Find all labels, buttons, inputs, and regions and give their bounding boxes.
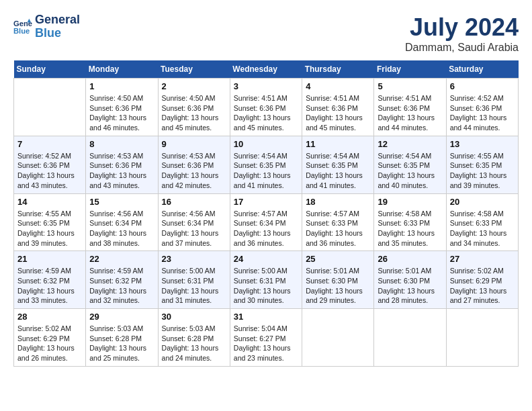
- col-thursday: Thursday: [302, 60, 374, 79]
- cell-info: Sunrise: 4:52 AMSunset: 6:36 PMDaylight:…: [450, 93, 515, 133]
- cell-info: Sunrise: 5:01 AMSunset: 6:30 PMDaylight:…: [378, 266, 442, 306]
- table-row: 24Sunrise: 5:00 AMSunset: 6:31 PMDayligh…: [230, 251, 302, 309]
- day-number: 30: [162, 312, 226, 322]
- day-number: 21: [17, 254, 82, 264]
- table-row: 19Sunrise: 4:58 AMSunset: 6:33 PMDayligh…: [374, 193, 446, 251]
- table-row: 15Sunrise: 4:56 AMSunset: 6:34 PMDayligh…: [86, 193, 158, 251]
- cell-info: Sunrise: 4:51 AMSunset: 6:36 PMDaylight:…: [234, 93, 298, 133]
- table-row: 29Sunrise: 5:03 AMSunset: 6:28 PMDayligh…: [86, 309, 158, 367]
- cell-info: Sunrise: 5:00 AMSunset: 6:31 PMDaylight:…: [234, 266, 298, 306]
- day-number: 6: [450, 81, 515, 91]
- cell-info: Sunrise: 4:58 AMSunset: 6:33 PMDaylight:…: [450, 209, 515, 248]
- cell-info: Sunrise: 5:03 AMSunset: 6:28 PMDaylight:…: [162, 324, 226, 363]
- table-row: 9Sunrise: 4:53 AMSunset: 6:36 PMDaylight…: [158, 136, 230, 193]
- day-number: 17: [234, 197, 298, 207]
- table-row: 2Sunrise: 4:50 AMSunset: 6:36 PMDaylight…: [158, 79, 230, 136]
- logo: General Blue General Blue: [13, 13, 80, 40]
- day-number: 7: [17, 139, 82, 149]
- table-row: 8Sunrise: 4:53 AMSunset: 6:36 PMDaylight…: [86, 136, 158, 193]
- day-number: 1: [89, 81, 154, 91]
- calendar-week-row: 7Sunrise: 4:52 AMSunset: 6:36 PMDaylight…: [14, 136, 519, 193]
- page-header: General Blue General Blue July 2024 Damm…: [13, 13, 519, 54]
- table-row: 17Sunrise: 4:57 AMSunset: 6:34 PMDayligh…: [230, 193, 302, 251]
- svg-text:Blue: Blue: [13, 27, 30, 35]
- logo-icon: General Blue: [13, 17, 32, 36]
- cell-info: Sunrise: 4:55 AMSunset: 6:35 PMDaylight:…: [17, 209, 82, 248]
- table-row: 6Sunrise: 4:52 AMSunset: 6:36 PMDaylight…: [446, 79, 518, 136]
- table-row: 11Sunrise: 4:54 AMSunset: 6:35 PMDayligh…: [302, 136, 374, 193]
- table-row: 12Sunrise: 4:54 AMSunset: 6:35 PMDayligh…: [374, 136, 446, 193]
- col-monday: Monday: [86, 60, 158, 79]
- cell-info: Sunrise: 4:50 AMSunset: 6:36 PMDaylight:…: [89, 93, 154, 133]
- day-number: 24: [234, 254, 298, 264]
- cell-info: Sunrise: 5:03 AMSunset: 6:28 PMDaylight:…: [89, 324, 154, 363]
- table-row: 23Sunrise: 5:00 AMSunset: 6:31 PMDayligh…: [158, 251, 230, 309]
- col-saturday: Saturday: [446, 60, 518, 79]
- table-row: 1Sunrise: 4:50 AMSunset: 6:36 PMDaylight…: [86, 79, 158, 136]
- day-number: 28: [17, 312, 82, 322]
- day-number: 25: [306, 254, 370, 264]
- day-number: 27: [450, 254, 515, 264]
- table-row: [374, 309, 446, 367]
- day-number: 19: [378, 197, 442, 207]
- table-row: 13Sunrise: 4:55 AMSunset: 6:35 PMDayligh…: [446, 136, 518, 193]
- cell-info: Sunrise: 4:59 AMSunset: 6:32 PMDaylight:…: [89, 266, 154, 306]
- cell-info: Sunrise: 4:57 AMSunset: 6:33 PMDaylight:…: [306, 209, 370, 248]
- table-row: 7Sunrise: 4:52 AMSunset: 6:36 PMDaylight…: [14, 136, 86, 193]
- table-row: 21Sunrise: 4:59 AMSunset: 6:32 PMDayligh…: [14, 251, 86, 309]
- day-number: 16: [162, 197, 226, 207]
- table-row: [302, 309, 374, 367]
- table-row: 3Sunrise: 4:51 AMSunset: 6:36 PMDaylight…: [230, 79, 302, 136]
- cell-info: Sunrise: 4:51 AMSunset: 6:36 PMDaylight:…: [306, 93, 370, 133]
- cell-info: Sunrise: 5:00 AMSunset: 6:31 PMDaylight:…: [162, 266, 226, 306]
- table-row: 14Sunrise: 4:55 AMSunset: 6:35 PMDayligh…: [14, 193, 86, 251]
- cell-info: Sunrise: 5:02 AMSunset: 6:29 PMDaylight:…: [450, 266, 515, 306]
- table-row: 31Sunrise: 5:04 AMSunset: 6:27 PMDayligh…: [230, 309, 302, 367]
- calendar-week-row: 28Sunrise: 5:02 AMSunset: 6:29 PMDayligh…: [14, 309, 519, 367]
- table-row: [446, 309, 518, 367]
- day-number: 12: [378, 139, 442, 149]
- day-number: 29: [89, 312, 154, 322]
- day-number: 14: [17, 197, 82, 207]
- table-row: 30Sunrise: 5:03 AMSunset: 6:28 PMDayligh…: [158, 309, 230, 367]
- cell-info: Sunrise: 4:54 AMSunset: 6:35 PMDaylight:…: [306, 151, 370, 191]
- cell-info: Sunrise: 4:56 AMSunset: 6:34 PMDaylight:…: [162, 209, 226, 248]
- day-number: 8: [89, 139, 154, 149]
- cell-info: Sunrise: 4:55 AMSunset: 6:35 PMDaylight:…: [450, 151, 515, 191]
- calendar-table: Sunday Monday Tuesday Wednesday Thursday…: [13, 60, 519, 367]
- month-title: July 2024: [405, 13, 519, 42]
- table-row: 4Sunrise: 4:51 AMSunset: 6:36 PMDaylight…: [302, 79, 374, 136]
- col-tuesday: Tuesday: [158, 60, 230, 79]
- cell-info: Sunrise: 5:01 AMSunset: 6:30 PMDaylight:…: [306, 266, 370, 306]
- table-row: 5Sunrise: 4:51 AMSunset: 6:36 PMDaylight…: [374, 79, 446, 136]
- day-number: 5: [378, 81, 442, 91]
- location: Dammam, Saudi Arabia: [405, 42, 519, 54]
- logo-text: General Blue: [35, 13, 80, 40]
- day-number: 9: [162, 139, 226, 149]
- calendar-header-row: Sunday Monday Tuesday Wednesday Thursday…: [14, 60, 519, 79]
- day-number: 11: [306, 139, 370, 149]
- cell-info: Sunrise: 5:04 AMSunset: 6:27 PMDaylight:…: [234, 324, 298, 363]
- day-number: 15: [89, 197, 154, 207]
- cell-info: Sunrise: 4:59 AMSunset: 6:32 PMDaylight:…: [17, 266, 82, 306]
- table-row: 28Sunrise: 5:02 AMSunset: 6:29 PMDayligh…: [14, 309, 86, 367]
- calendar-week-row: 14Sunrise: 4:55 AMSunset: 6:35 PMDayligh…: [14, 193, 519, 251]
- table-row: 16Sunrise: 4:56 AMSunset: 6:34 PMDayligh…: [158, 193, 230, 251]
- cell-info: Sunrise: 4:53 AMSunset: 6:36 PMDaylight:…: [89, 151, 154, 191]
- cell-info: Sunrise: 4:50 AMSunset: 6:36 PMDaylight:…: [162, 93, 226, 133]
- table-row: 26Sunrise: 5:01 AMSunset: 6:30 PMDayligh…: [374, 251, 446, 309]
- cell-info: Sunrise: 5:02 AMSunset: 6:29 PMDaylight:…: [17, 324, 82, 363]
- cell-info: Sunrise: 4:54 AMSunset: 6:35 PMDaylight:…: [234, 151, 298, 191]
- cell-info: Sunrise: 4:58 AMSunset: 6:33 PMDaylight:…: [378, 209, 442, 248]
- cell-info: Sunrise: 4:57 AMSunset: 6:34 PMDaylight:…: [234, 209, 298, 248]
- day-number: 31: [234, 312, 298, 322]
- table-row: 22Sunrise: 4:59 AMSunset: 6:32 PMDayligh…: [86, 251, 158, 309]
- table-row: [14, 79, 86, 136]
- day-number: 2: [162, 81, 226, 91]
- day-number: 18: [306, 197, 370, 207]
- cell-info: Sunrise: 4:53 AMSunset: 6:36 PMDaylight:…: [162, 151, 226, 191]
- calendar-week-row: 21Sunrise: 4:59 AMSunset: 6:32 PMDayligh…: [14, 251, 519, 309]
- col-sunday: Sunday: [14, 60, 86, 79]
- day-number: 20: [450, 197, 515, 207]
- table-row: 25Sunrise: 5:01 AMSunset: 6:30 PMDayligh…: [302, 251, 374, 309]
